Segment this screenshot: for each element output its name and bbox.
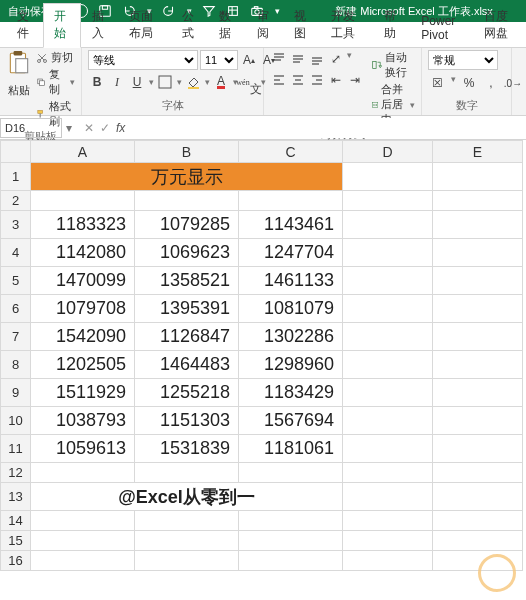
tab-devtools[interactable]: 开发工具 xyxy=(320,3,373,47)
tab-data[interactable]: 数据 xyxy=(208,3,245,47)
tab-pagelayout[interactable]: 页面布局 xyxy=(118,3,171,47)
merged-title-cell[interactable]: 万元显示 xyxy=(31,163,343,191)
worksheet-grid[interactable]: A B C D E 1 万元显示 2 311833231079285114346… xyxy=(0,140,523,571)
fx-icon[interactable]: fx xyxy=(116,121,125,135)
align-middle-button[interactable] xyxy=(289,50,307,68)
tab-view[interactable]: 视图 xyxy=(283,3,320,47)
column-header[interactable]: E xyxy=(433,141,523,163)
table-row: 9151192912552181183429 xyxy=(1,379,523,407)
column-header[interactable]: B xyxy=(135,141,239,163)
phonetic-button[interactable]: wén文 xyxy=(240,73,258,91)
paste-button[interactable]: 粘贴 xyxy=(6,50,32,98)
column-header[interactable]: D xyxy=(343,141,433,163)
touch-indicator-icon xyxy=(478,554,516,592)
svg-rect-39 xyxy=(373,62,376,69)
percent-button[interactable]: % xyxy=(460,74,478,92)
bold-button[interactable]: B xyxy=(88,73,106,91)
table-row: 6107970813953911081079 xyxy=(1,295,523,323)
enter-formula-icon[interactable]: ✓ xyxy=(100,121,110,135)
wrap-text-button[interactable]: 自动换行 xyxy=(372,50,415,80)
table-row: 3118332310792851143461 xyxy=(1,211,523,239)
table-row: 16 xyxy=(1,551,523,571)
row-header[interactable]: 1 xyxy=(1,163,31,191)
svg-rect-10 xyxy=(16,59,28,73)
number-format-select[interactable]: 常规 xyxy=(428,50,498,70)
border-button[interactable] xyxy=(156,73,174,91)
name-box-dropdown[interactable]: ▾ xyxy=(62,121,76,135)
group-label-number: 数字 xyxy=(428,98,505,114)
formula-bar: D16 ▾ ✕ ✓ fx xyxy=(0,116,526,140)
indent-inc-button[interactable]: ⇥ xyxy=(346,71,364,89)
name-box[interactable]: D16 xyxy=(0,118,62,138)
tab-formulas[interactable]: 公式 xyxy=(171,3,208,47)
table-row: 12 xyxy=(1,463,523,483)
svg-rect-9 xyxy=(14,51,23,55)
table-row: 7154209011268471302286 xyxy=(1,323,523,351)
tab-review[interactable]: 审阅 xyxy=(246,3,283,47)
formula-input[interactable] xyxy=(133,118,526,138)
svg-rect-16 xyxy=(40,81,45,86)
currency-button[interactable]: ☒ xyxy=(428,74,446,92)
orientation-button[interactable]: ⤢ xyxy=(327,50,345,68)
table-row: 11105961315318391181061 xyxy=(1,435,523,463)
table-row: 14 xyxy=(1,511,523,531)
group-label-font: 字体 xyxy=(88,98,257,114)
indent-dec-button[interactable]: ⇤ xyxy=(327,71,345,89)
align-center-button[interactable] xyxy=(289,71,307,89)
table-row: 15 xyxy=(1,531,523,551)
select-all-corner[interactable] xyxy=(1,141,31,163)
footer-text-cell[interactable]: @Excel从零到一 xyxy=(31,483,343,511)
svg-rect-17 xyxy=(38,110,43,113)
font-name-select[interactable]: 等线 xyxy=(88,50,198,70)
tab-file[interactable]: 文件 xyxy=(6,3,43,47)
align-bottom-button[interactable] xyxy=(308,50,326,68)
tab-baidu[interactable]: 百度网盘 xyxy=(473,3,526,47)
align-top-button[interactable] xyxy=(270,50,288,68)
align-left-button[interactable] xyxy=(270,71,288,89)
ribbon: 粘贴 剪切 复制▾ 格式刷 剪贴板 等线 11 A▴ A▾ B I U▾ ▾ xyxy=(0,48,526,116)
tab-home[interactable]: 开始 xyxy=(43,3,80,48)
column-header[interactable]: C xyxy=(239,141,343,163)
table-row: 4114208010696231247704 xyxy=(1,239,523,267)
table-row: 8120250514644831298960 xyxy=(1,351,523,379)
cut-button[interactable]: 剪切 xyxy=(36,50,75,65)
table-row: 2 xyxy=(1,191,523,211)
table-row: 1 万元显示 xyxy=(1,163,523,191)
tab-powerpivot[interactable]: Power Pivot xyxy=(410,9,473,47)
copy-button[interactable]: 复制▾ xyxy=(36,67,75,97)
table-row: 5147009913585211461133 xyxy=(1,267,523,295)
table-row: 10103879311513031567694 xyxy=(1,407,523,435)
column-header[interactable]: A xyxy=(31,141,135,163)
cancel-formula-icon[interactable]: ✕ xyxy=(84,121,94,135)
comma-button[interactable]: , xyxy=(482,74,500,92)
inc-decimal-button[interactable]: .0→ xyxy=(504,74,522,92)
ribbon-tabs: 文件 开始 插入 页面布局 公式 数据 审阅 视图 开发工具 帮助 Power … xyxy=(0,22,526,48)
fill-color-button[interactable] xyxy=(184,73,202,91)
italic-button[interactable]: I xyxy=(108,73,126,91)
font-color-button[interactable]: A xyxy=(212,73,230,91)
align-right-button[interactable] xyxy=(308,71,326,89)
svg-rect-20 xyxy=(188,87,199,89)
tab-help[interactable]: 帮助 xyxy=(373,3,410,47)
font-size-select[interactable]: 11 xyxy=(200,50,238,70)
svg-rect-19 xyxy=(159,76,171,88)
table-row: 13@Excel从零到一 xyxy=(1,483,523,511)
underline-button[interactable]: U xyxy=(128,73,146,91)
